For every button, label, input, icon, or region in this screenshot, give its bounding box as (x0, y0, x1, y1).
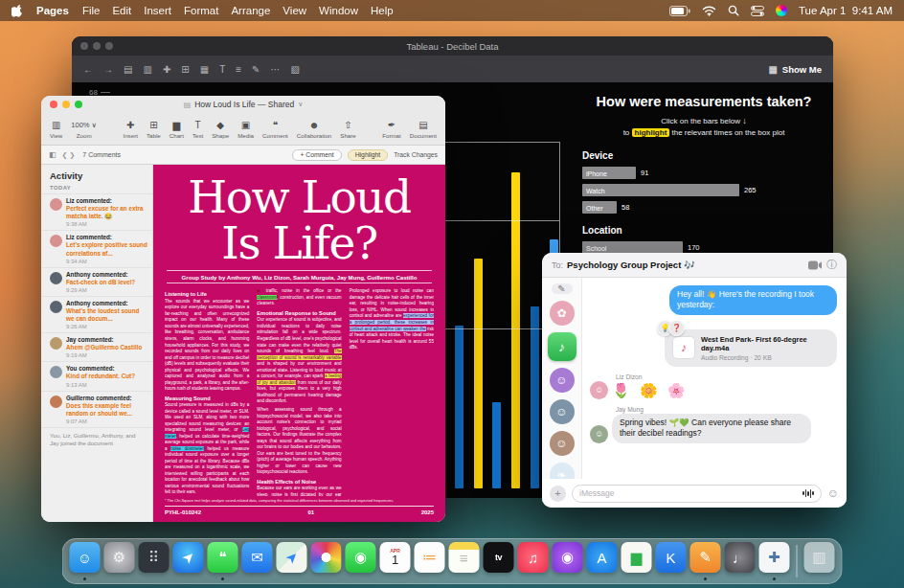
purple-avatar[interactable]: ☺ (550, 368, 575, 393)
tableau-tool-icon-10[interactable]: ✎ (252, 64, 260, 75)
dock-trash[interactable]: ▥ (804, 542, 835, 580)
dock-photos[interactable] (311, 542, 342, 580)
menu-insert[interactable]: Insert (144, 5, 171, 16)
dock-calendar[interactable]: APR1 (380, 542, 411, 580)
music-avatar[interactable]: ♪ (548, 332, 576, 361)
comment-nav-arrows[interactable]: ❮❯ (62, 151, 78, 159)
menu-edit[interactable]: Edit (112, 5, 131, 16)
toolbar-comment-button[interactable]: ❝Comment (262, 120, 288, 139)
dock-mail[interactable]: ✉ (242, 542, 273, 580)
tableau-tool-icon-12[interactable]: ▧ (290, 64, 299, 75)
outgoing-message-bubble[interactable]: Hey all! 👋 Here's the recording I took y… (669, 285, 837, 315)
menu-clock[interactable]: Tue Apr 1 9:41 AM (799, 5, 893, 16)
toolbar-format-button[interactable]: ✒Format (382, 120, 401, 139)
toolbar-table-button[interactable]: ⊞Table (147, 120, 161, 139)
dock-podcasts[interactable]: ◉ (553, 542, 583, 580)
dock-pages[interactable]: ✎ (690, 542, 721, 580)
sidebar-toggle-icon[interactable]: ◧ (49, 150, 56, 159)
spotlight-search-icon[interactable] (728, 5, 739, 16)
comment-item[interactable]: Liz commented:Let's explore positive sou… (41, 230, 152, 266)
chat-name[interactable]: Psychology Group Project 🎶 (567, 260, 695, 270)
title-caret-icon[interactable]: ∨ (298, 101, 303, 108)
dock-numbers[interactable]: ▆ (622, 542, 652, 580)
comment-item[interactable]: Anthony commented:What's the loudest sou… (41, 296, 152, 332)
tableau-tool-icon-1[interactable]: ← (83, 64, 93, 75)
facetime-video-icon[interactable] (808, 260, 823, 270)
toolbar-media-button[interactable]: ▣Media (237, 120, 254, 139)
dock-keynote[interactable]: K (656, 542, 687, 580)
dock-facetime[interactable]: ◉ (346, 542, 376, 580)
dock-launchpad[interactable]: ⠿ (139, 542, 170, 580)
battery-icon[interactable] (669, 6, 690, 16)
toolbar-view-button[interactable]: ▥View (50, 120, 62, 139)
tableau-tool-icon-6[interactable]: ⊞ (181, 64, 189, 75)
toolbar-text-button[interactable]: TText (192, 120, 203, 139)
comment-item[interactable]: Guillermo commented:Does this example fe… (41, 391, 152, 427)
apple-logo-icon[interactable] (11, 4, 23, 17)
boxplot-bar[interactable] (455, 326, 463, 488)
control-center-icon[interactable] (751, 6, 764, 16)
tableau-tool-icon-11[interactable]: ⋯ (270, 64, 280, 75)
tableau-tool-icon-2[interactable]: → (103, 64, 113, 75)
audio-waveform-icon[interactable] (802, 489, 814, 498)
comment-item[interactable]: You commented:Kind of redundant. Cut?9:1… (41, 361, 152, 390)
comments-count[interactable]: 7 Comments (82, 151, 121, 158)
boxplot-bar[interactable] (531, 306, 539, 488)
tableau-tool-icon-5[interactable]: ✚ (163, 64, 170, 75)
dock-app-store[interactable]: A (587, 542, 618, 580)
portrait-avatar-2[interactable]: ☺ (550, 431, 575, 456)
incoming-message-bubble[interactable]: Spring vibes! 🌱💚 Can everyone please sha… (612, 414, 811, 443)
add-comment-button[interactable]: + Comment (292, 149, 341, 161)
tableau-tool-icon-8[interactable]: T (219, 64, 225, 75)
add-attachment-button[interactable]: + (550, 486, 566, 502)
pages-window[interactable]: ▤ How Loud Is Life — Shared ∨ ▥View100% … (41, 96, 445, 522)
compose-icon[interactable]: ✎ (552, 283, 573, 294)
comment-item[interactable]: Jay commented:Ahem @Guillermo Castillo9:… (41, 332, 152, 361)
tableau-tool-icon-9[interactable]: ≡ (236, 64, 241, 75)
dock-reminders[interactable]: ≔ (415, 542, 445, 580)
portrait-avatar-1[interactable]: ☺ (550, 399, 575, 424)
chat-transcript[interactable]: Hey all! 👋 Here's the recording I took y… (582, 278, 847, 479)
wifi-icon[interactable] (702, 6, 716, 16)
dock-notes[interactable]: ≡ (449, 542, 480, 580)
dock-safari[interactable]: ➤ (173, 542, 204, 580)
info-icon[interactable]: ⓘ (826, 258, 837, 272)
liz-avatar[interactable]: ☺ (590, 381, 608, 399)
dock-music[interactable]: ♫ (518, 542, 549, 580)
dock-finder[interactable]: ☺ (70, 542, 101, 580)
boxplot-bar[interactable] (492, 402, 501, 488)
toolbar-collaboration-button[interactable]: ☻Collaboration (297, 120, 331, 139)
pages-titlebar[interactable]: ▤ How Loud Is Life — Shared ∨ (41, 96, 445, 113)
audio-attachment[interactable]: 💡 ❓ ♪ West End Park- First 60-degree day… (665, 329, 837, 367)
toolbar-zoom-button[interactable]: 100% ∨Zoom (71, 120, 97, 139)
menu-view[interactable]: View (282, 5, 306, 16)
show-me-button[interactable]: ▦ Show Me (768, 64, 822, 75)
audio-file-card[interactable]: ♪ West End Park- First 60-degree day.m4a… (665, 329, 837, 367)
dock-garageband[interactable]: ♩ (725, 542, 756, 580)
dock-tv[interactable]: tv (484, 542, 514, 580)
toolbar-insert-button[interactable]: ✚Insert (123, 120, 137, 139)
bar-row-iphone[interactable]: iPhone91 (582, 167, 825, 179)
track-changes-label[interactable]: Track Changes (394, 151, 438, 158)
comment-item[interactable]: Anthony commented:Fact-check on dB level… (41, 267, 152, 296)
emoji-message[interactable]: 🌷 🌼 🌸 (612, 382, 688, 399)
menu-help[interactable]: Help (371, 5, 394, 16)
toolbar-shape-button[interactable]: ◆Shape (212, 120, 229, 139)
emoji-picker-icon[interactable]: ☺ (827, 486, 839, 500)
dock-tableau[interactable]: ✚ (759, 542, 790, 580)
highlight-button[interactable]: Highlight (348, 149, 388, 161)
dock-maps[interactable]: ➤ (277, 542, 307, 580)
messages-window[interactable]: To: Psychology Group Project 🎶 ⓘ ✎ ✿♪☺☺☺… (542, 253, 847, 508)
flowers-avatar[interactable]: ✿ (550, 301, 575, 326)
bar-row-watch[interactable]: Watch265 (582, 184, 825, 196)
traffic-lights[interactable] (50, 101, 82, 108)
menu-file[interactable]: File (82, 5, 101, 16)
comment-item[interactable]: Liz commented:Perfect excuse for an extr… (41, 193, 152, 230)
toolbar-chart-button[interactable]: ▆Chart (170, 120, 184, 139)
menu-arrange[interactable]: Arrange (231, 5, 270, 16)
jay-avatar[interactable]: ☺ (590, 425, 608, 443)
imessage-input[interactable] (579, 488, 799, 498)
menu-window[interactable]: Window (319, 5, 358, 16)
tapback-question[interactable]: ❓ (668, 320, 685, 336)
dock-system-settings[interactable]: ⚙ (104, 542, 135, 580)
